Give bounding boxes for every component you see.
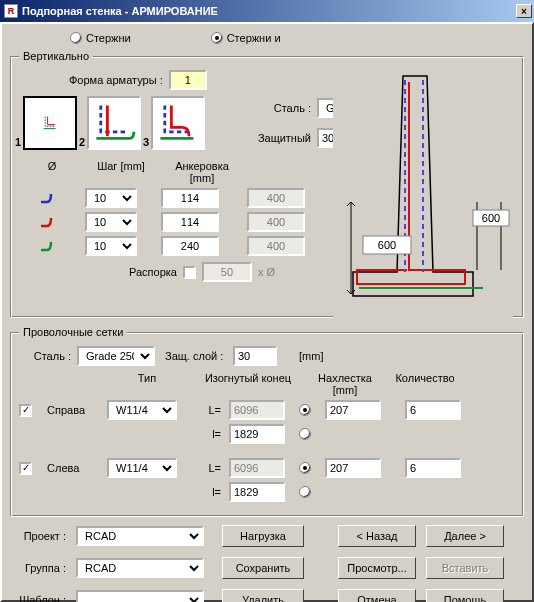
mesh-row-right-l: l= (19, 424, 515, 444)
app-icon: R (4, 4, 18, 18)
shape-2-index: 2 (79, 136, 85, 148)
mesh-headers: Тип Изогнутый конец Нахлестка [mm] Колич… (19, 372, 515, 396)
mesh-row-left-l: l= (19, 482, 515, 502)
mesh-cover-field[interactable] (233, 346, 277, 366)
anchor-3-field (247, 236, 305, 256)
help-button[interactable]: Помощь (426, 589, 504, 602)
right-L-radio[interactable] (299, 404, 317, 416)
right-lap-field[interactable] (325, 400, 381, 420)
left-qty-field[interactable] (405, 458, 461, 478)
right-checkbox[interactable]: ✓ (19, 404, 32, 417)
save-button[interactable]: Сохранить (222, 557, 304, 579)
group-mesh-legend: Проволочные сетки (19, 326, 127, 338)
header-step: Шаг [mm] (91, 160, 151, 184)
project-label: Проект : (10, 530, 66, 542)
right-l-radio[interactable] (299, 428, 317, 440)
step-2-field[interactable] (161, 212, 219, 232)
mesh-row-left-L: ✓ Слева W11/4 L= (19, 458, 515, 478)
shape-option-2[interactable]: 2 (87, 96, 141, 150)
spacer-field (202, 262, 252, 282)
shape-3-index: 3 (143, 136, 149, 148)
header-anchor: Анкеровка [mm] (167, 160, 237, 184)
titlebar: R Подпорная стенка - АРМИРОВАНИЕ × (0, 0, 534, 22)
mesh-steel-label: Сталь : (29, 350, 71, 362)
left-checkbox[interactable]: ✓ (19, 462, 32, 475)
group-select[interactable]: RCAD (76, 558, 204, 578)
shape-number-field[interactable] (169, 70, 207, 90)
left-L-field (229, 458, 285, 478)
group-mesh: Проволочные сетки Сталь : Grade 250 Защ.… (10, 326, 524, 517)
group-vertical: Вертикально Форма арматуры : 1 (10, 50, 524, 318)
mesh-row-right-L: ✓ Справа W11/4 L= (19, 400, 515, 420)
mesh-header-qty: Количество (389, 372, 461, 396)
shape-option-3[interactable]: 3 (151, 96, 205, 150)
dim-right-label: 600 (482, 212, 500, 224)
right-l-prefix: l= (195, 428, 221, 440)
cancel-button[interactable]: Отмена (338, 589, 416, 602)
left-l-field[interactable] (229, 482, 285, 502)
anchor-1-field (247, 188, 305, 208)
right-type-select[interactable]: W11/4 (107, 400, 177, 420)
project-select[interactable]: RCAD (76, 526, 204, 546)
left-L-prefix: L= (195, 462, 221, 474)
radio-bars-and-mesh[interactable]: Стержни и (211, 32, 281, 44)
insert-button: Вставить (426, 557, 504, 579)
mesh-cover-label: Защ. слой : (165, 350, 227, 362)
left-l-radio[interactable] (299, 486, 317, 498)
dim-left-label: 600 (378, 239, 396, 251)
mesh-header-lap: Нахлестка [mm] (309, 372, 381, 396)
next-button[interactable]: Далее > (426, 525, 504, 547)
wall-diagram: 600 600 (333, 72, 513, 318)
dia-2-select[interactable]: 10 (85, 212, 137, 232)
right-l-field[interactable] (229, 424, 285, 444)
group-label: Группа : (10, 562, 66, 574)
right-label: Справа (47, 404, 85, 416)
spacer-unit: x Ø (258, 266, 275, 278)
radio-bars-and-mesh-label: Стержни и (227, 32, 281, 44)
step-1-field[interactable] (161, 188, 219, 208)
left-l-prefix: l= (195, 486, 221, 498)
cover-label: Защитный (251, 132, 311, 144)
anchor-2-field (247, 212, 305, 232)
delete-button[interactable]: Удалить (222, 589, 304, 602)
template-select[interactable] (76, 590, 204, 602)
left-label: Слева (47, 462, 79, 474)
mode-radio-row: Стержни Стержни и (10, 28, 524, 50)
left-type-select[interactable]: W11/4 (107, 458, 177, 478)
step-3-field[interactable] (161, 236, 219, 256)
load-button[interactable]: Нагрузка (222, 525, 304, 547)
right-L-field (229, 400, 285, 420)
left-lap-field[interactable] (325, 458, 381, 478)
mesh-header-bent: Изогнутый конец (195, 372, 301, 396)
template-label: Шаблон : (10, 594, 66, 602)
back-button[interactable]: < Назад (338, 525, 416, 547)
right-qty-field[interactable] (405, 400, 461, 420)
radio-bars-only-label: Стержни (86, 32, 131, 44)
window-title: Подпорная стенка - АРМИРОВАНИЕ (22, 5, 218, 17)
dia-3-select[interactable]: 10 (85, 236, 137, 256)
close-button[interactable]: × (516, 4, 532, 18)
radio-bars-only[interactable]: Стержни (70, 32, 131, 44)
mesh-header-type: Тип (107, 372, 187, 396)
mesh-unit: [mm] (299, 350, 323, 362)
group-vertical-legend: Вертикально (19, 50, 93, 62)
client-area: Стержни Стержни и Вертикально Форма арма… (0, 22, 534, 602)
steel-label: Сталь : (251, 102, 311, 114)
spacer-label: Распорка (129, 266, 177, 278)
header-dia: Ø (29, 160, 75, 184)
shape-label: Форма арматуры : (69, 74, 163, 86)
preview-button[interactable]: Просмотр... (338, 557, 416, 579)
shape-option-1[interactable]: 1 (23, 96, 77, 150)
right-L-prefix: L= (195, 404, 221, 416)
left-L-radio[interactable] (299, 462, 317, 474)
dia-1-select[interactable]: 10 (85, 188, 137, 208)
mesh-steel-select[interactable]: Grade 250 (77, 346, 155, 366)
bottom-controls: Проект : RCAD Нагрузка < Назад Далее > Г… (10, 525, 524, 602)
spacer-checkbox[interactable] (183, 266, 196, 279)
shape-1-index: 1 (15, 136, 21, 148)
